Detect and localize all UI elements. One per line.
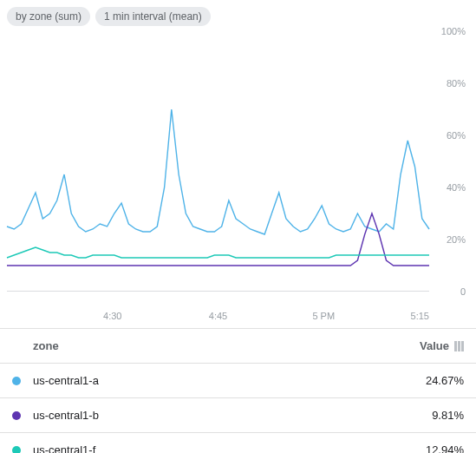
y-tick-label: 60% <box>447 130 466 141</box>
x-axis-labels: 4:304:455 PM5:15 <box>7 309 429 325</box>
series-us-central1-a <box>7 109 429 234</box>
y-tick-label: 0 <box>460 286 466 297</box>
zone-value: 12.94% <box>403 443 464 453</box>
x-tick-label: 5:15 <box>411 311 429 321</box>
table-row[interactable]: us-central1-b9.81% <box>0 398 476 433</box>
table-header: zone Value <box>0 329 476 364</box>
y-axis-labels: 020%40%60%80%100% <box>433 31 469 292</box>
table-row[interactable]: us-central1-a24.67% <box>0 364 476 398</box>
columns-icon[interactable] <box>454 341 464 351</box>
series-color-dot <box>12 411 21 420</box>
zone-name: us-central1-a <box>33 374 403 387</box>
filter-chips: by zone (sum) 1 min interval (mean) <box>7 7 469 26</box>
zone-value: 24.67% <box>403 374 464 387</box>
x-tick-label: 4:30 <box>103 311 121 321</box>
line-chart: 020%40%60%80%100% <box>7 31 469 309</box>
y-tick-label: 100% <box>441 26 466 36</box>
y-tick-label: 40% <box>447 182 466 193</box>
legend-table: zone Value us-central1-a24.67%us-central… <box>0 328 476 453</box>
chip-by-zone[interactable]: by zone (sum) <box>7 7 90 26</box>
table-row[interactable]: us-central1-f12.94% <box>0 433 476 453</box>
series-us-central1-b <box>7 213 429 266</box>
y-tick-label: 20% <box>447 234 466 245</box>
chip-interval[interactable]: 1 min interval (mean) <box>95 7 211 26</box>
col-zone-header[interactable]: zone <box>33 339 388 352</box>
y-tick-label: 80% <box>447 78 466 89</box>
series-color-dot <box>12 377 21 385</box>
zone-name: us-central1-f <box>33 443 403 453</box>
series-color-dot <box>12 446 21 454</box>
series-us-central1-f <box>7 247 429 258</box>
zone-name: us-central1-b <box>33 409 403 422</box>
zone-value: 9.81% <box>403 409 464 422</box>
x-tick-label: 4:45 <box>209 311 227 321</box>
x-tick-label: 5 PM <box>312 311 335 321</box>
x-axis-baseline <box>7 291 429 292</box>
col-value-header[interactable]: Value <box>388 339 449 352</box>
